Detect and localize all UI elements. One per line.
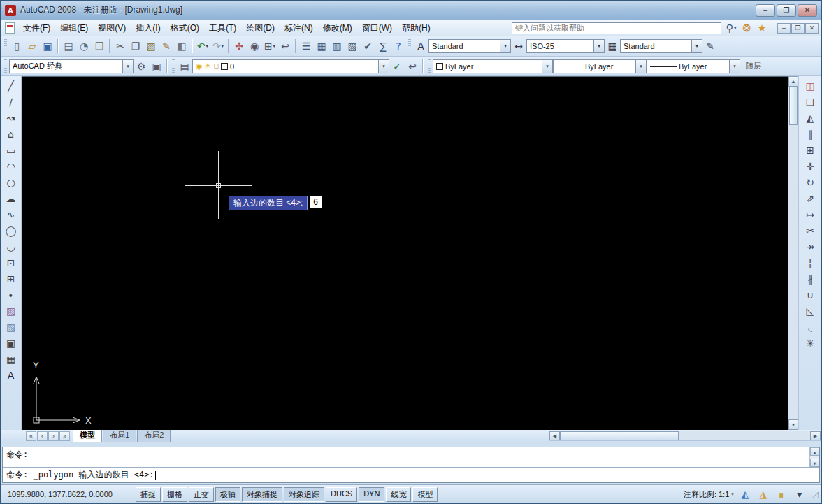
scroll-down-icon[interactable]: ▼ [788,419,798,430]
command-scroll-up-icon[interactable]: ▲ [810,447,819,456]
lineweight-dropdown-icon[interactable]: ▾ [729,60,740,73]
status-toggle-osnap[interactable]: 对象捕捉 [242,487,282,502]
workspace-settings-icon[interactable]: ⚙ [134,59,149,74]
toolbar-lock-icon[interactable]: ∎ [774,487,789,502]
menu-tools[interactable]: 工具(T) [204,21,241,36]
layer-previous-icon[interactable]: ↩ [405,59,420,74]
layer-freeze-icon[interactable]: ☀ [205,62,212,70]
pan-icon[interactable]: ✣ [231,38,247,54]
zoom-window-icon[interactable]: ⊞▾ [262,38,277,54]
menu-window[interactable]: 窗口(W) [357,21,397,36]
scroll-up-icon[interactable]: ▲ [788,76,798,87]
revision-cloud-icon[interactable]: ☁ [3,190,20,206]
break-icon[interactable]: ∦ [802,271,819,287]
match-properties-icon[interactable]: ✎ [159,38,174,54]
polygon-icon[interactable]: ⌂ [3,126,20,142]
layer-properties-manager-icon[interactable]: ▤ [177,59,192,74]
status-toggle-ducs[interactable]: DUCS [326,487,357,502]
toolbar-grip[interactable] [172,59,175,73]
save-workspace-icon[interactable]: ▣ [149,59,164,74]
redo-dropdown-icon[interactable]: ▾ [222,43,224,49]
menu-dimension[interactable]: 标注(N) [280,21,318,36]
move-icon[interactable]: ✛ [802,158,819,174]
search-go-icon[interactable]: ⚲▾ [723,20,739,36]
lineweight-combo[interactable]: ByLayer ▾ [647,59,740,73]
layer-color-swatch[interactable] [221,63,228,70]
mirror-icon[interactable]: ◭ [802,110,819,126]
text-style-manager-icon[interactable]: A [413,38,428,54]
annotation-scale-control[interactable]: 注释比例: 1:1 ▾ [684,489,734,500]
status-toggle-otrack[interactable]: 对象追踪 [284,487,324,502]
horizontal-scroll-thumb[interactable] [560,431,679,440]
mdi-restore-button[interactable]: ❐ [791,23,805,34]
status-toggle-ortho[interactable]: 正交 [189,487,214,502]
workspace-dropdown-icon[interactable]: ▾ [122,60,133,73]
text-style-dropdown-icon[interactable]: ▾ [500,40,510,52]
drawing-system-icon[interactable] [5,22,15,34]
paste-icon[interactable]: ▨ [143,38,159,54]
menu-file[interactable]: 文件(F) [18,21,55,36]
qnew-icon[interactable]: ▯ [9,38,24,54]
gradient-icon[interactable]: ▧ [3,319,20,335]
break-at-point-icon[interactable]: ¦ [802,254,819,271]
copy-clip-icon[interactable]: ❐ [128,38,143,54]
vertical-scroll-thumb[interactable] [789,87,798,125]
toolbar-grip[interactable] [408,39,411,53]
layer-lock-icon[interactable]: ◻ [213,63,218,69]
extend-icon[interactable]: ↠ [802,238,819,254]
scale-icon[interactable]: ⇗ [802,190,819,206]
annotation-scale-dropdown-icon[interactable]: ▾ [731,491,734,497]
quickcalc-icon[interactable]: ∑ [375,38,391,54]
undo-dropdown-icon[interactable]: ▾ [206,43,209,49]
cut-icon[interactable]: ✂ [113,38,128,54]
workspace-combo[interactable]: AutoCAD 经典 ▾ [9,59,134,73]
tab-layout2[interactable]: 布局2 [137,429,171,442]
trim-icon[interactable]: ✂ [802,222,819,238]
scroll-left-icon[interactable]: ◀ [549,431,560,440]
redo-icon[interactable]: ↷▾ [210,38,226,54]
construction-line-icon[interactable]: ∕ [3,94,20,110]
save-icon[interactable]: ▣ [40,38,55,54]
polyline-icon[interactable]: ↝ [3,110,20,126]
hatch-icon[interactable]: ▨ [3,303,20,319]
make-block-icon[interactable]: ⊞ [3,271,20,287]
copy-icon[interactable]: ❏ [802,94,819,110]
status-toggle-polar[interactable]: 极轴 [215,487,240,502]
region-icon[interactable]: ▣ [3,335,20,351]
command-history[interactable]: 命令: ▲ ▼ [3,447,819,467]
menu-format[interactable]: 格式(O) [166,21,204,36]
table-style-dropdown-icon[interactable]: ▾ [691,40,702,52]
menu-modify[interactable]: 修改(M) [318,21,357,36]
markup-set-manager-icon[interactable]: ✔ [360,38,375,54]
coordinate-display[interactable]: 1095.9880, 1377.8622, 0.0000 [3,488,133,501]
join-icon[interactable]: ∪ [802,287,819,303]
stretch-icon[interactable]: ↦ [802,206,819,222]
layer-dropdown-icon[interactable]: ▾ [378,60,389,73]
zoom-realtime-icon[interactable]: ◉ [247,38,262,54]
table-style-combo[interactable]: Standard ▾ [620,39,702,53]
arc-icon[interactable]: ◠ [3,158,20,174]
vertical-scroll-track[interactable] [788,125,798,419]
publish-icon[interactable]: ❒ [92,38,107,54]
search-go-dropdown-icon[interactable]: ▾ [734,25,737,31]
command-scrollbar[interactable]: ▲ ▼ [809,447,819,467]
toolbar-grip[interactable] [4,39,7,53]
tab-prev-icon[interactable]: ‹ [37,431,48,441]
tab-last-icon[interactable]: » [59,431,70,441]
comm-center-icon[interactable]: ❂ [739,20,754,36]
canvas-horizontal-scrollbar[interactable]: ◀ ▶ [549,431,821,441]
zoom-previous-icon[interactable]: ↩ [277,38,293,54]
dynamic-input-field[interactable]: 6 [310,196,322,208]
menu-help[interactable]: 帮助(H) [397,21,435,36]
open-icon[interactable]: ▱ [24,38,40,54]
status-toggle-snap[interactable]: 捕捉 [136,487,161,502]
insert-block-icon[interactable]: ⊡ [3,254,20,271]
status-toggle-dyn[interactable]: DYN [359,487,384,502]
mdi-minimize-button[interactable]: – [777,23,791,34]
rectangle-icon[interactable]: ▭ [3,142,20,158]
offset-icon[interactable]: ∥ [802,126,819,142]
spline-icon[interactable]: ∿ [3,206,20,222]
tab-next-icon[interactable]: › [48,431,59,441]
explode-icon[interactable]: ✳ [802,335,819,351]
layer-on-icon[interactable]: ◉ [196,62,203,70]
